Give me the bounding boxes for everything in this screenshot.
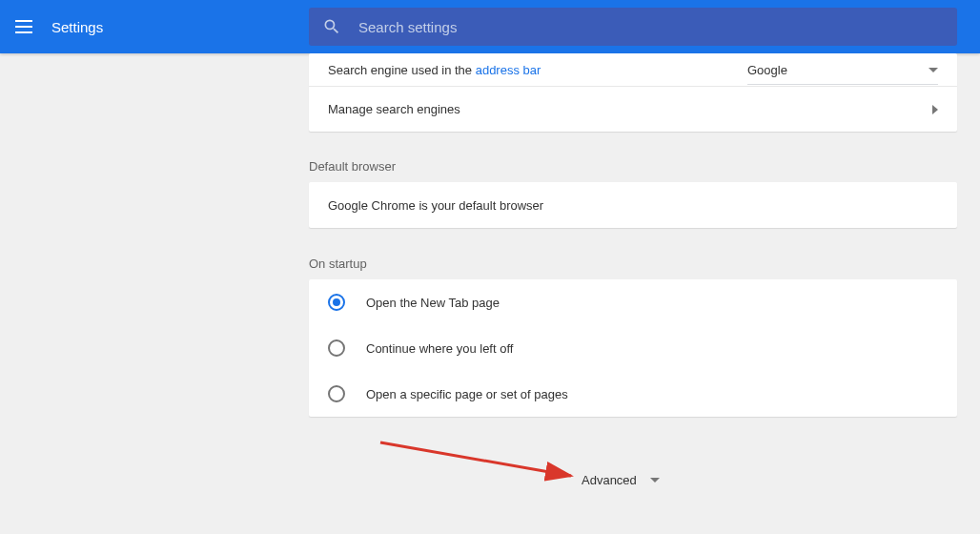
header: Settings — [0, 0, 980, 53]
radio-button[interactable] — [328, 339, 345, 357]
startup-option-specific[interactable]: Open a specific page or set of pages — [309, 371, 957, 417]
default-browser-row: Google Chrome is your default browser — [309, 182, 957, 228]
hamburger-menu-icon[interactable] — [15, 15, 38, 38]
annotation-arrow — [376, 438, 585, 483]
address-bar-link[interactable]: address bar — [476, 63, 541, 77]
default-browser-status: Google Chrome is your default browser — [328, 198, 938, 213]
search-bar[interactable] — [309, 8, 957, 46]
default-browser-card: Google Chrome is your default browser — [309, 182, 957, 228]
radio-button[interactable] — [328, 385, 345, 402]
search-icon — [322, 17, 341, 36]
page-title: Settings — [51, 19, 103, 35]
search-engine-card: Search engine used in the address bar Go… — [309, 53, 957, 132]
manage-search-engines-label: Manage search engines — [328, 102, 932, 116]
default-browser-section-title: Default browser — [309, 159, 396, 174]
startup-option-label: Continue where you left off — [366, 341, 513, 356]
advanced-button[interactable]: Advanced — [582, 473, 660, 487]
startup-option-continue[interactable]: Continue where you left off — [309, 325, 957, 371]
chevron-down-icon — [929, 68, 938, 72]
startup-card: Open the New Tab page Continue where you… — [309, 279, 957, 417]
chevron-down-icon — [650, 478, 660, 483]
chevron-right-icon — [932, 105, 938, 114]
startup-option-newtab[interactable]: Open the New Tab page — [309, 279, 957, 325]
search-engine-value: Google — [747, 63, 787, 77]
search-engine-row: Search engine used in the address bar Go… — [309, 53, 957, 86]
startup-option-label: Open a specific page or set of pages — [366, 387, 568, 401]
radio-button-selected[interactable] — [328, 294, 345, 311]
search-input[interactable] — [358, 19, 944, 35]
search-engine-label-text: Search engine used in the — [328, 63, 476, 77]
svg-line-1 — [380, 442, 571, 476]
search-engine-label: Search engine used in the address bar — [328, 63, 747, 77]
manage-search-engines-row[interactable]: Manage search engines — [309, 86, 957, 132]
search-engine-dropdown[interactable]: Google — [747, 63, 938, 77]
advanced-label: Advanced — [582, 473, 637, 487]
startup-section-title: On startup — [309, 257, 367, 271]
startup-option-label: Open the New Tab page — [366, 296, 500, 310]
